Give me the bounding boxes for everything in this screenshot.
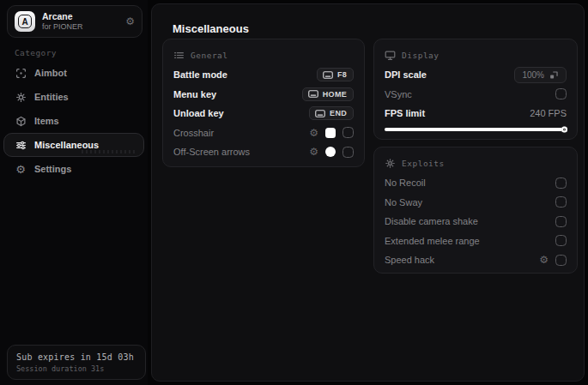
keyboard-icon: [315, 110, 325, 117]
display-card: Display DPI scale 100% VSync FPS limit 2…: [373, 39, 578, 140]
no-sway-row: No Sway: [385, 193, 567, 213]
scan-icon: [15, 67, 27, 79]
no-sway-label: No Sway: [385, 197, 422, 208]
vsync-checkbox[interactable]: [555, 88, 567, 99]
main-panel: Miscellaneous General Battle mode F8 Men…: [151, 3, 585, 382]
sidebar-item-label: Settings: [34, 164, 71, 174]
unload-key-keybind[interactable]: END: [309, 106, 354, 120]
unload-key-row: Unload key END: [173, 104, 354, 123]
exploits-card-title: Exploits: [402, 159, 445, 168]
crosshair-row: Crosshair ⚙: [173, 123, 354, 143]
no-recoil-label: No Recoil: [385, 177, 426, 188]
general-card: General Battle mode F8 Menu key HOME Unl…: [162, 39, 365, 167]
sidebar: A Arcane for PIONER ⚙ Category Aimbot En…: [0, 0, 148, 385]
display-card-header: Display: [385, 47, 567, 63]
speed-hack-row: Speed hack ⚙: [385, 250, 567, 270]
exploits-card-header: Exploits: [385, 155, 567, 171]
sidebar-item-items[interactable]: Items: [3, 109, 144, 133]
general-card-title: General: [191, 51, 228, 60]
session-duration-text: Session duration 31s: [16, 364, 136, 373]
list-icon: [173, 50, 185, 61]
vsync-row: VSync: [385, 85, 567, 105]
offscreen-arrows-color-swatch[interactable]: [325, 147, 336, 157]
menu-key-keybind[interactable]: HOME: [302, 87, 354, 101]
scale-icon: [549, 70, 559, 80]
sidebar-item-aimbot[interactable]: Aimbot: [3, 61, 144, 85]
fps-limit-row: FPS limit 240 FPS: [385, 104, 567, 123]
keyboard-icon: [308, 90, 318, 98]
brand-text: Arcane for PIONER: [42, 11, 118, 31]
offscreen-arrows-row: Off-Screen arrows ⚙: [173, 142, 354, 162]
offscreen-arrows-label: Off-Screen arrows: [173, 147, 250, 157]
menu-key-label: Menu key: [173, 89, 216, 99]
extended-melee-range-checkbox[interactable]: [555, 235, 567, 246]
brand-subtitle: for PIONER: [42, 22, 118, 31]
fps-limit-value: 240 FPS: [530, 108, 567, 118]
no-recoil-checkbox[interactable]: [555, 177, 567, 189]
keybind-value: HOME: [323, 90, 347, 99]
gear-icon[interactable]: ⚙: [309, 127, 318, 139]
disable-camera-shake-label: Disable camera shake: [385, 216, 478, 226]
logo-letter: A: [18, 15, 32, 28]
sub-expiry-text: Sub expires in 15d 03h: [16, 352, 136, 362]
offscreen-arrows-checkbox[interactable]: [342, 147, 354, 158]
dpi-scale-select[interactable]: 100%: [514, 67, 567, 83]
no-recoil-row: No Recoil: [385, 173, 567, 193]
gear-icon[interactable]: ⚙: [539, 254, 549, 266]
sidebar-item-settings[interactable]: ⚙ Settings: [3, 157, 144, 181]
sidebar-item-miscellaneous[interactable]: Miscellaneous: [3, 133, 144, 157]
subscription-card: Sub expires in 15d 03h Session duration …: [7, 345, 146, 380]
page-title: Miscellaneous: [173, 22, 249, 35]
dpi-scale-value: 100%: [522, 70, 544, 80]
speed-hack-label: Speed hack: [385, 255, 434, 265]
fps-slider-fill: [385, 128, 567, 131]
sidebar-item-label: Entities: [34, 92, 69, 102]
battle-mode-row: Battle mode F8: [173, 65, 354, 85]
exploits-card: Exploits No Recoil No Sway Disable camer…: [373, 147, 578, 274]
watermark: [82, 150, 135, 153]
burst-icon: [385, 158, 396, 169]
keyboard-icon: [323, 71, 333, 79]
sliders-icon: [15, 139, 27, 151]
general-card-header: General: [173, 47, 354, 63]
fps-slider-knob[interactable]: [561, 126, 567, 132]
sidebar-item-entities[interactable]: Entities: [3, 85, 144, 109]
entities-icon: [15, 91, 27, 103]
sidebar-item-label: Aimbot: [34, 68, 67, 78]
speed-hack-checkbox[interactable]: [555, 255, 567, 266]
crosshair-label: Crosshair: [173, 128, 214, 138]
category-label: Category: [15, 48, 57, 57]
keybind-value: F8: [337, 70, 347, 79]
sidebar-item-label: Items: [34, 116, 59, 126]
crosshair-checkbox[interactable]: [342, 127, 354, 138]
sidebar-nav: Aimbot Entities Items Miscellaneous ⚙ Se…: [3, 61, 144, 181]
battle-mode-keybind[interactable]: F8: [317, 68, 354, 81]
fps-limit-label: FPS limit: [385, 108, 425, 118]
brand-card: A Arcane for PIONER ⚙: [7, 5, 142, 38]
brand-name: Arcane: [42, 11, 118, 21]
extended-melee-range-row: Extended melee range: [385, 232, 567, 251]
crosshair-color-swatch[interactable]: [325, 128, 336, 138]
no-sway-checkbox[interactable]: [555, 196, 567, 208]
display-card-title: Display: [402, 51, 439, 60]
gear-icon[interactable]: ⚙: [125, 15, 135, 27]
keybind-value: END: [330, 109, 347, 117]
gear-icon[interactable]: ⚙: [309, 146, 318, 158]
extended-melee-range-label: Extended melee range: [385, 236, 480, 246]
vsync-label: VSync: [385, 89, 412, 99]
gear-icon: ⚙: [15, 163, 27, 175]
dpi-scale-label: DPI scale: [385, 69, 427, 80]
dpi-scale-row: DPI scale 100%: [385, 65, 567, 85]
sidebar-item-label: Miscellaneous: [34, 140, 99, 150]
disable-camera-shake-row: Disable camera shake: [385, 212, 567, 232]
fps-limit-slider[interactable]: [385, 128, 567, 131]
disable-camera-shake-checkbox[interactable]: [555, 216, 567, 227]
app-logo: A: [15, 11, 35, 32]
monitor-icon: [385, 50, 396, 61]
battle-mode-label: Battle mode: [173, 69, 227, 80]
menu-key-row: Menu key HOME: [173, 85, 354, 105]
unload-key-label: Unload key: [173, 108, 224, 118]
cube-icon: [15, 115, 27, 127]
